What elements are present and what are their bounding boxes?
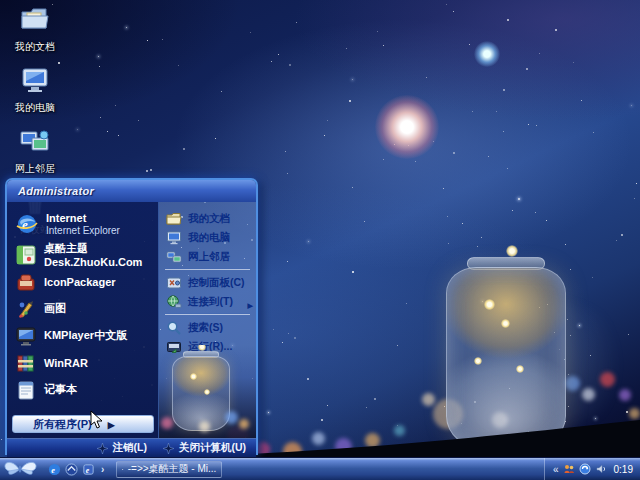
system-tray: 0:19 xyxy=(545,458,640,480)
all-programs-button[interactable]: 所有程序(P) xyxy=(12,415,154,433)
control-panel-icon xyxy=(166,275,182,291)
start-item-label: 我的文档 xyxy=(188,212,230,226)
start-item-my-documents[interactable]: 我的文档 xyxy=(159,209,256,228)
start-item-search[interactable]: 搜索(S) xyxy=(159,318,256,337)
firefly xyxy=(204,389,210,395)
start-item-label: 搜索(S) xyxy=(188,321,223,335)
desktop-screen: 我的文档 我的电脑 网上邻居 xyxy=(0,0,640,480)
tray-collapse-chevron[interactable] xyxy=(553,464,559,475)
tray-volume-icon[interactable] xyxy=(595,463,607,475)
log-off-label: 注销(L) xyxy=(113,441,147,455)
start-item-kmplayer[interactable]: KMPlayer中文版 xyxy=(7,322,159,349)
start-item-network-places[interactable]: 网上邻居 xyxy=(159,247,256,266)
firefly xyxy=(474,357,482,365)
start-item-label: 我的电脑 xyxy=(188,231,230,245)
start-item-zhuoku-theme[interactable]: 桌酷主题Desk.ZhuoKu.Com xyxy=(7,241,159,268)
firefly xyxy=(516,365,524,373)
documents-folder-icon xyxy=(19,4,51,34)
svg-text:e: e xyxy=(51,465,55,474)
bokeh-light xyxy=(225,411,238,424)
bokeh-light xyxy=(565,376,580,391)
mini-jar xyxy=(172,351,230,431)
start-item-title: IconPackager xyxy=(44,276,116,288)
task-button-label: -=>>桌酷主题 - Mi... xyxy=(128,462,217,476)
menu-jar-artwork xyxy=(159,345,256,438)
quick-launch-bar: e e xyxy=(44,463,110,476)
start-item-title: WinRAR xyxy=(44,357,88,369)
taskbar: e e -=>>桌酷主题 - Mi... xyxy=(0,458,640,480)
computer-monitor-icon xyxy=(19,65,51,95)
bright-star xyxy=(375,95,439,159)
mouse-cursor xyxy=(90,410,103,429)
firefly xyxy=(501,319,510,328)
start-item-title: KMPlayer中文版 xyxy=(44,328,127,343)
start-item-title: 桌酷主题Desk.ZhuoKu.Com xyxy=(44,241,155,268)
start-item-title: 画图 xyxy=(44,301,66,316)
internet-explorer-icon: e xyxy=(15,212,39,236)
start-item-internet[interactable]: e Internet Internet Explorer xyxy=(7,207,159,241)
start-button[interactable] xyxy=(0,458,44,480)
firefly xyxy=(484,299,495,310)
bokeh-light xyxy=(239,419,249,429)
start-item-iconpackager[interactable]: IconPackager xyxy=(7,268,159,295)
connect-to-icon xyxy=(166,294,182,310)
start-item-paint[interactable]: 画图 xyxy=(7,295,159,322)
network-places-icon xyxy=(166,249,182,265)
cyan-star xyxy=(474,41,500,67)
all-programs-arrow-icon xyxy=(108,418,115,430)
start-item-title: Internet xyxy=(46,212,120,224)
desktop-icon-my-documents[interactable]: 我的文档 xyxy=(6,4,64,54)
tray-messenger-icon[interactable] xyxy=(563,463,575,475)
winrar-icon xyxy=(15,352,37,374)
start-item-winrar[interactable]: WinRAR xyxy=(7,349,159,376)
task-button-page-icon xyxy=(122,464,123,475)
turn-off-icon xyxy=(163,443,174,454)
start-item-connect-to[interactable]: 连接到(T) xyxy=(159,292,256,311)
search-icon xyxy=(166,320,182,336)
start-menu-footer: 注销(L) 关闭计算机(U) xyxy=(7,438,256,457)
quick-launch-browser-icon[interactable]: e xyxy=(82,463,95,476)
bokeh-light xyxy=(199,421,210,432)
start-item-my-computer[interactable]: 我的电脑 xyxy=(159,228,256,247)
my-computer-icon xyxy=(166,230,182,246)
bokeh-light xyxy=(582,388,595,401)
desktop-icon-label: 我的电脑 xyxy=(15,102,55,114)
mini-jar-body xyxy=(172,356,230,431)
start-menu: Administrator e Internet Internet Explor… xyxy=(5,178,258,455)
firefly xyxy=(190,373,197,380)
start-item-notepad[interactable]: 记事本 xyxy=(7,376,159,403)
iconpackager-icon xyxy=(15,271,37,293)
all-programs-label: 所有程序(P) xyxy=(33,417,92,432)
start-menu-places-column: 我的文档 我的电脑 xyxy=(159,202,256,438)
my-documents-icon xyxy=(166,211,182,227)
start-item-label: 连接到(T) xyxy=(188,295,233,309)
tray-clock[interactable]: 0:19 xyxy=(614,464,633,475)
start-item-title: 记事本 xyxy=(44,382,77,397)
svg-text:e: e xyxy=(22,217,28,232)
log-off-button[interactable]: 注销(L) xyxy=(97,441,147,455)
paint-icon xyxy=(15,298,37,320)
start-menu-user-banner: Administrator xyxy=(7,180,256,202)
taskbar-task-button[interactable]: -=>>桌酷主题 - Mi... xyxy=(116,461,222,478)
turn-off-button[interactable]: 关闭计算机(U) xyxy=(163,441,246,455)
zhuoku-theme-icon xyxy=(15,244,37,266)
notepad-icon xyxy=(15,379,37,401)
desktop-icon-network-places[interactable]: 网上邻居 xyxy=(6,126,64,176)
quick-launch-show-desktop-icon[interactable] xyxy=(65,463,78,476)
user-name: Administrator xyxy=(18,185,94,197)
start-item-label: 控制面板(C) xyxy=(188,276,245,290)
tray-update-icon[interactable] xyxy=(579,463,591,475)
bokeh-light xyxy=(161,417,173,429)
start-menu-body: e Internet Internet Explorer xyxy=(7,202,256,438)
start-item-label: 网上邻居 xyxy=(188,250,230,264)
submenu-arrow-icon xyxy=(248,298,253,310)
quick-launch-ie-icon[interactable]: e xyxy=(48,463,61,476)
bokeh-light xyxy=(600,372,615,387)
menu-separator xyxy=(165,314,250,315)
start-item-subtitle: Internet Explorer xyxy=(46,225,120,236)
desktop-icon-my-computer[interactable]: 我的电脑 xyxy=(6,65,64,115)
start-item-control-panel[interactable]: 控制面板(C) xyxy=(159,273,256,292)
start-menu-pinned-column: e Internet Internet Explorer xyxy=(7,202,159,438)
quick-launch-overflow-chevron[interactable] xyxy=(99,464,106,475)
turn-off-label: 关闭计算机(U) xyxy=(179,441,246,455)
